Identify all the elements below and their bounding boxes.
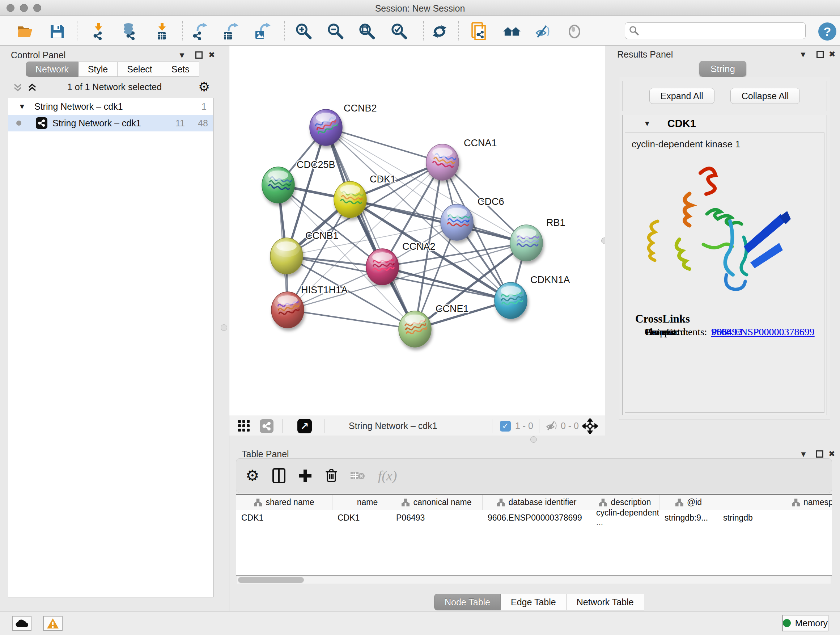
gene-section-header[interactable]: ▼ CDK1 (622, 115, 827, 132)
export-table-icon[interactable] (222, 22, 240, 41)
column-header[interactable]: database identifier (483, 495, 591, 510)
panel-float-icon[interactable] (816, 51, 824, 58)
results-tab-string[interactable]: String (699, 61, 746, 77)
table-cell[interactable]: 9606.ENSP00000378699 (483, 510, 591, 525)
show-columns-icon[interactable] (272, 468, 286, 483)
network-edge[interactable] (326, 127, 442, 162)
cloud-status-button[interactable] (12, 616, 32, 631)
delete-table-icon[interactable] (351, 470, 365, 481)
table-cell[interactable]: P06493 (391, 510, 483, 525)
network-node-cdc6[interactable] (441, 204, 473, 241)
table-row[interactable]: CDK1 CDK1 P06493 9606.ENSP00000378699 cy… (236, 510, 832, 525)
network-edge[interactable] (287, 310, 415, 329)
help-icon[interactable]: ? (818, 22, 836, 41)
search-input[interactable] (639, 26, 798, 36)
network-node-ccne1[interactable] (399, 311, 431, 347)
save-session-icon[interactable] (48, 22, 66, 41)
hidden-items-eye-slash-icon[interactable] (545, 420, 558, 431)
column-header[interactable]: shared name (236, 495, 332, 510)
export-network-icon[interactable] (191, 22, 209, 41)
search-field[interactable] (625, 22, 806, 39)
table-cell[interactable]: cyclin-dependent ... (591, 510, 660, 525)
network-collection-row[interactable]: ▼ String Network – cdk1 1 (8, 98, 213, 115)
export-image-icon[interactable] (254, 22, 272, 41)
selected-items-checkbox-icon[interactable]: ✓ (500, 421, 511, 432)
table-cell[interactable]: stringdb (718, 510, 832, 525)
network-canvas[interactable]: CCNB2CCNA1CDC25BCDK1CDC6RB1CCNB1CCNA2CDK… (229, 46, 605, 416)
table-cell[interactable]: CDK1 (236, 510, 332, 525)
control-panel-tab[interactable]: Network (26, 62, 79, 77)
zoom-selected-icon[interactable] (390, 22, 409, 41)
hide-graphics-details-icon[interactable] (533, 22, 551, 41)
column-header[interactable]: namespace (718, 495, 832, 510)
panel-close-icon[interactable]: ✖ (208, 50, 215, 60)
zoom-fit-icon[interactable] (358, 22, 376, 41)
network-row[interactable]: String Network – cdk1 11 48 (8, 115, 213, 131)
string-view-badge-icon[interactable] (260, 419, 273, 433)
network-document-icon[interactable] (470, 22, 488, 41)
home-icon[interactable] (502, 22, 521, 41)
delete-column-icon[interactable] (325, 469, 338, 483)
warnings-button[interactable] (43, 616, 63, 631)
table-options-gear-icon[interactable]: ⚙ (246, 468, 259, 483)
section-expander-icon[interactable]: ▼ (644, 119, 651, 128)
collapse-all-button[interactable]: Collapse All (730, 88, 800, 104)
import-table-file-icon[interactable] (153, 22, 171, 41)
table-tab[interactable]: Node Table (434, 594, 501, 610)
column-header[interactable]: name (332, 495, 391, 510)
cell-value: CDK1 (241, 513, 264, 523)
network-node-cdc25b[interactable] (262, 167, 294, 203)
zoom-in-icon[interactable] (295, 22, 313, 41)
control-panel-tab[interactable]: Style (79, 62, 118, 77)
network-edge[interactable] (326, 127, 415, 329)
footer-separator (539, 419, 539, 433)
bottom-splitter-handle[interactable] (531, 436, 537, 443)
import-network-database-icon[interactable] (120, 22, 138, 41)
panel-close-icon[interactable]: ✖ (829, 50, 835, 59)
left-splitter-handle[interactable] (221, 325, 227, 331)
panel-menu-icon[interactable]: ▼ (178, 51, 186, 60)
table-cell[interactable]: CDK1 (332, 510, 391, 525)
function-builder-icon[interactable]: f(x) (378, 468, 397, 484)
network-node-ccna1[interactable] (426, 144, 459, 180)
network-node-ccnb1[interactable] (270, 238, 303, 274)
control-panel-tab[interactable]: Sets (162, 62, 199, 77)
table-horizontal-scrollbar[interactable] (237, 576, 831, 584)
crosslink-link[interactable]: P06493 (711, 326, 742, 338)
network-node-hist1h1a[interactable] (271, 292, 304, 328)
memory-button[interactable]: Memory (782, 615, 829, 631)
column-type-icon (401, 499, 409, 507)
import-network-file-icon[interactable] (90, 22, 108, 41)
column-header[interactable]: canonical name (391, 495, 483, 510)
zoom-out-icon[interactable] (327, 22, 345, 41)
open-session-icon[interactable] (16, 22, 34, 41)
table-cell[interactable]: stringdb:9... (660, 510, 718, 525)
scrollbar-thumb[interactable] (238, 577, 304, 583)
network-node-cdkn1a[interactable] (494, 282, 527, 318)
refresh-icon[interactable] (431, 22, 448, 41)
panel-menu-icon[interactable]: ▼ (799, 450, 807, 459)
table-tab[interactable]: Edge Table (501, 594, 567, 610)
cytoscape-window: Session: New Session (0, 0, 840, 635)
network-node-ccnb2[interactable] (309, 109, 342, 146)
network-node-rb1[interactable] (510, 225, 543, 261)
table-tab[interactable]: Network Table (567, 594, 644, 610)
panel-float-icon[interactable] (816, 450, 823, 458)
create-column-icon[interactable] (298, 469, 312, 483)
detach-view-icon[interactable]: ↗ (297, 419, 312, 433)
network-options-gear-icon[interactable]: ⚙ (198, 80, 210, 93)
control-panel-tab[interactable]: Select (118, 62, 162, 77)
network-node-cdk1[interactable] (334, 181, 366, 218)
network-node-ccna2[interactable] (366, 249, 399, 285)
birds-eye-view-icon[interactable] (583, 418, 598, 434)
column-header[interactable]: @id (660, 495, 718, 510)
panel-close-icon[interactable]: ✖ (829, 449, 835, 459)
panel-menu-icon[interactable]: ▼ (799, 50, 807, 59)
crosslink-row: Pharos: P06493 (625, 326, 824, 343)
show-graphics-details-icon[interactable] (565, 22, 584, 41)
expand-all-button[interactable]: Expand All (649, 88, 714, 104)
column-header[interactable]: description (591, 495, 660, 510)
collection-expander-icon[interactable]: ▼ (19, 103, 26, 111)
panel-float-icon[interactable] (195, 51, 202, 59)
grid-view-icon[interactable] (238, 420, 250, 432)
